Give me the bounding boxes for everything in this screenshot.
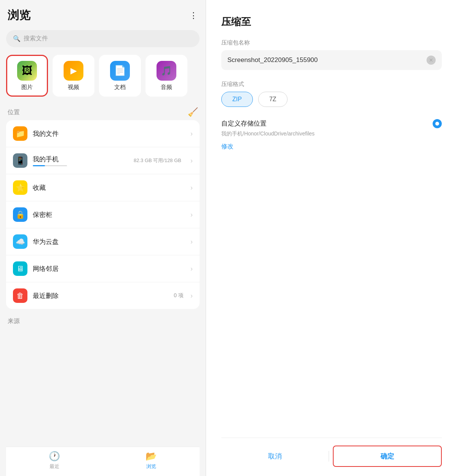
format-label: 压缩格式 — [221, 81, 442, 88]
cloud-icon: ☁️ — [13, 234, 27, 249]
tab-browse-label: 浏览 — [146, 463, 156, 470]
archive-name-input[interactable] — [227, 56, 423, 64]
custom-storage-radio[interactable] — [433, 119, 442, 128]
storage-fill — [33, 165, 45, 166]
search-placeholder: 搜索文件 — [24, 35, 48, 43]
confirm-button[interactable]: 确定 — [333, 446, 442, 467]
cancel-button[interactable]: 取消 — [221, 446, 329, 466]
location-list: 📁 我的文件 › 📱 我的手机 82.3 GB 可用/128 GB › ⭐ 收藏… — [6, 120, 200, 309]
format-row: ZIP 7Z — [221, 92, 442, 107]
clear-input-button[interactable]: ✕ — [427, 56, 436, 65]
storage-detail: 82.3 GB 可用/128 GB — [134, 157, 181, 164]
trash-count: 0 项 — [174, 292, 184, 299]
phone-icon: 📱 — [13, 153, 27, 168]
clean-icon[interactable]: 🧹 — [188, 107, 198, 117]
chevron-right-icon: › — [190, 292, 193, 300]
trash-icon: 🗑 — [13, 288, 27, 303]
chevron-right-icon: › — [190, 184, 193, 192]
location-network-label: 网络邻居 — [33, 264, 184, 273]
location-huaweicloud[interactable]: ☁️ 华为云盘 › — [6, 228, 200, 255]
header-row: 浏览 ⋮ — [6, 8, 200, 23]
chevron-right-icon: › — [190, 211, 193, 219]
category-video-label: 视频 — [68, 84, 79, 91]
location-myphone[interactable]: 📱 我的手机 82.3 GB 可用/128 GB › — [6, 147, 200, 174]
chevron-right-icon: › — [190, 265, 193, 273]
category-video[interactable]: 视频 — [53, 55, 94, 97]
archive-name-label: 压缩包名称 — [221, 39, 442, 46]
format-zip-button[interactable]: ZIP — [221, 92, 253, 107]
chevron-right-icon: › — [190, 157, 193, 165]
category-images[interactable]: 图片 — [6, 55, 48, 97]
browse-icon: 📂 — [145, 451, 157, 462]
location-section-label: 位置 🧹 — [6, 107, 200, 117]
chevron-right-icon: › — [190, 238, 193, 246]
format-7z-button[interactable]: 7Z — [258, 92, 288, 107]
location-favorites-label: 收藏 — [33, 183, 184, 192]
right-panel: 压缩至 压缩包名称 ✕ 压缩格式 ZIP 7Z 自定义存储位置 我的手机/Hon… — [206, 0, 457, 476]
location-myfiles[interactable]: 📁 我的文件 › — [6, 120, 200, 147]
star-icon: ⭐ — [13, 180, 27, 195]
custom-storage-label: 自定义存储位置 — [221, 119, 267, 128]
more-options-icon[interactable]: ⋮ — [189, 11, 198, 21]
search-bar[interactable]: 🔍 搜索文件 — [6, 30, 200, 47]
source-section-label: 来源 — [6, 317, 200, 325]
lock-icon: 🔒 — [13, 207, 27, 222]
tab-recent-label: 最近 — [50, 463, 59, 470]
location-myfiles-label: 我的文件 — [33, 129, 184, 138]
network-icon: 🖥 — [13, 261, 27, 276]
action-divider — [329, 451, 329, 462]
page-title: 浏览 — [8, 8, 30, 23]
tab-recent[interactable]: 🕐 最近 — [6, 451, 103, 470]
location-network[interactable]: 🖥 网络邻居 › — [6, 255, 200, 282]
left-panel: 浏览 ⋮ 🔍 搜索文件 图片 视频 文档 音频 位置 🧹 📁 我的文件 — [0, 0, 206, 476]
clock-icon: 🕐 — [49, 451, 60, 462]
category-images-label: 图片 — [21, 84, 33, 91]
images-icon — [17, 61, 37, 81]
category-row: 图片 视频 文档 音频 — [6, 55, 200, 97]
category-music[interactable]: 音频 — [145, 55, 187, 97]
category-doc-label: 文档 — [114, 84, 126, 91]
compress-title: 压缩至 — [221, 15, 442, 29]
category-music-label: 音频 — [161, 84, 172, 91]
music-icon — [157, 61, 176, 81]
custom-storage-row: 自定义存储位置 — [221, 119, 442, 128]
tab-browse[interactable]: 📂 浏览 — [103, 451, 200, 470]
location-trash[interactable]: 🗑 最近删除 0 项 › — [6, 282, 200, 309]
storage-path: 我的手机/Honor/CloudDrive/archivefiles — [221, 131, 442, 137]
bottom-tabs: 🕐 最近 📂 浏览 — [6, 447, 200, 476]
modify-link[interactable]: 修改 — [221, 143, 442, 151]
storage-bar — [33, 165, 67, 166]
location-trash-label: 最近删除 — [33, 291, 168, 300]
location-favorites[interactable]: ⭐ 收藏 › — [6, 174, 200, 201]
location-huaweicloud-label: 华为云盘 — [33, 237, 184, 246]
location-safe-label: 保密柜 — [33, 210, 184, 219]
archive-name-input-row: ✕ — [221, 50, 442, 70]
chevron-right-icon: › — [190, 130, 193, 138]
action-bar: 取消 确定 — [221, 438, 442, 476]
video-icon — [64, 61, 83, 81]
location-safe[interactable]: 🔒 保密柜 › — [6, 201, 200, 228]
search-icon: 🔍 — [13, 35, 21, 42]
category-doc[interactable]: 文档 — [99, 55, 141, 97]
doc-icon — [110, 61, 130, 81]
folder-icon: 📁 — [13, 126, 27, 141]
location-myphone-label: 我的手机 — [33, 155, 128, 164]
